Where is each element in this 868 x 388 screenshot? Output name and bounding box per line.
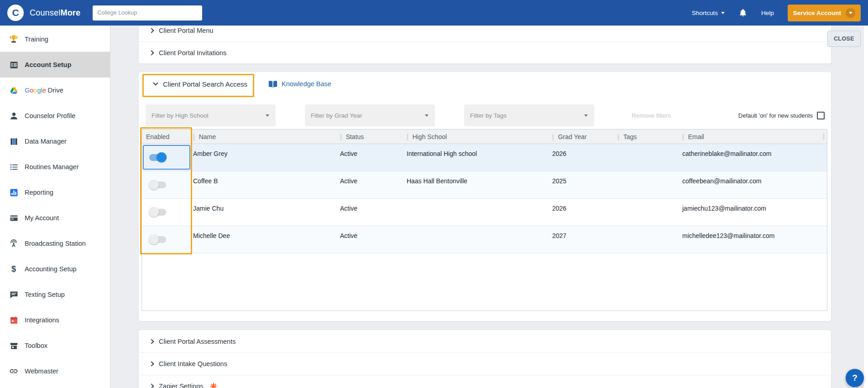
chevron-down-icon <box>266 114 269 117</box>
chat-icon <box>9 290 19 299</box>
sidebar-item[interactable]: Webmaster <box>0 358 110 384</box>
service-account-button[interactable]: Service Account <box>788 5 861 21</box>
accordion-label: Zapier Settings <box>159 383 204 388</box>
column-header[interactable]: Enabled <box>142 129 191 144</box>
high-school-cell <box>405 226 550 253</box>
filter-select[interactable]: Filter by Tags <box>464 104 594 126</box>
enabled-toggle[interactable] <box>149 181 166 188</box>
sidebar-item[interactable]: $ Accounting Setup <box>0 256 110 282</box>
sidebar-item[interactable]: Integrations <box>0 307 110 333</box>
chevron-down-icon <box>849 12 852 14</box>
enabled-cell <box>142 171 191 198</box>
default-on-checkbox[interactable] <box>817 112 825 119</box>
accordion-section[interactable]: Client Intake Questions <box>139 352 831 375</box>
tags-cell <box>616 144 680 171</box>
toggle-focus-ring <box>143 200 190 224</box>
enabled-cell <box>142 226 191 253</box>
grad-year-cell: 2027 <box>550 226 616 253</box>
column-header[interactable]: Status <box>338 129 405 144</box>
topbar: C CounselMore Shortcuts Help Service Acc… <box>0 0 868 26</box>
name-cell: Coffee B <box>191 171 338 198</box>
column-header[interactable]: Tags <box>616 129 680 144</box>
help-fab-button[interactable]: ? <box>846 369 864 387</box>
dollar-icon: $ <box>9 265 19 273</box>
college-lookup-input[interactable] <box>93 5 202 21</box>
card-icon <box>9 214 19 222</box>
chevron-down-icon <box>584 114 588 117</box>
knowledge-base-link[interactable]: Knowledge Base <box>268 80 331 88</box>
shortcuts-menu[interactable]: Shortcuts <box>692 10 725 16</box>
column-header[interactable]: Grad Year <box>550 129 616 144</box>
sidebar-item-label: Routines Manager <box>25 163 79 171</box>
sidebar-item[interactable]: Toolbox <box>0 333 110 358</box>
logo-letter: C <box>12 7 19 18</box>
chevron-right-icon <box>149 28 154 33</box>
status-cell: Active <box>338 144 405 171</box>
table-body: Amber Grey Active International High sch… <box>142 144 827 310</box>
email-cell: catherineblake@mailinator.com <box>680 144 827 171</box>
close-button[interactable]: CLOSE <box>827 31 861 47</box>
filter-select[interactable]: Filter by Grad Year <box>305 104 435 126</box>
sidebar-item-label: Toolbox <box>25 342 47 349</box>
remove-filters-button[interactable]: Remove filters <box>632 112 671 119</box>
top-accordion-panel: Client Portal Menu Client Portal Invitat… <box>138 26 831 64</box>
accordion-label: Client Intake Questions <box>159 360 227 367</box>
status-cell: Active <box>338 226 405 253</box>
sidebar-item[interactable]: Training <box>0 26 110 52</box>
accordion-section[interactable]: Client Portal Assessments <box>139 330 831 352</box>
accordion-section[interactable]: Client Portal Invitations <box>139 41 831 63</box>
brand-more: More <box>60 8 80 17</box>
knowledge-base-label: Knowledge Base <box>282 80 331 88</box>
accordion-section[interactable]: Zapier Settings <box>139 375 831 388</box>
filter-placeholder: Filter by Grad Year <box>311 112 362 119</box>
zapier-icon <box>210 383 217 388</box>
sidebar-item[interactable]: Counselor Profile <box>0 103 110 129</box>
section-title: Client Portal Search Access <box>163 80 247 88</box>
sidebar-item-label: Training <box>25 36 48 43</box>
routines-icon <box>9 163 19 171</box>
bottom-accordion-panel: Client Portal Assessments Client Intake … <box>138 330 831 388</box>
help-link[interactable]: Help <box>761 10 774 16</box>
sidebar-item[interactable]: Google Drive <box>0 78 110 103</box>
toggle-focus-ring <box>143 227 190 252</box>
link-icon <box>9 367 19 376</box>
reporting-icon <box>9 188 19 197</box>
sidebar-item[interactable]: Data Manager <box>0 129 110 154</box>
sidebar-item[interactable]: Texting Setup <box>0 282 110 307</box>
filter-select[interactable]: Filter by High School <box>146 104 276 126</box>
sidebar-item-label: Account Setup <box>25 61 71 68</box>
sidebar: Training Account Setup Google Drive Coun… <box>0 26 110 388</box>
name-cell: Amber Grey <box>191 144 338 171</box>
sidebar-item[interactable]: Routines Manager <box>0 154 110 180</box>
students-table: Enabled Name Status High School Grad Yea… <box>141 129 827 311</box>
notifications-bell-icon[interactable] <box>738 8 748 17</box>
default-on-group: Default 'on' for new students <box>738 112 825 119</box>
grad-year-cell: 2026 <box>550 199 616 226</box>
topbar-right: Shortcuts Help Service Account <box>692 5 861 21</box>
counselmore-logo[interactable]: C <box>7 5 24 21</box>
sidebar-item-label: Broadcasting Station <box>25 240 86 247</box>
person-icon <box>9 112 19 120</box>
filters-row: Filter by High School Filter by Grad Yea… <box>146 104 825 126</box>
column-header[interactable]: High School <box>405 129 550 144</box>
sidebar-item[interactable]: Account Setup <box>0 52 110 78</box>
column-header[interactable]: Name <box>191 129 338 144</box>
client-portal-search-access-toggle[interactable]: Client Portal Search Access <box>154 80 247 88</box>
sidebar-item[interactable]: Reporting <box>0 180 110 205</box>
broadcast-icon <box>9 239 19 248</box>
accordion-section[interactable]: Client Portal Menu <box>139 26 831 41</box>
enabled-toggle[interactable] <box>149 209 166 216</box>
brand-name: CounselMore <box>30 8 80 18</box>
enabled-toggle[interactable] <box>149 154 166 161</box>
table-row: Jamie Chu Active 2026 jamiechu123@mailin… <box>142 199 827 226</box>
sidebar-item[interactable]: My Account <box>0 205 110 231</box>
chevron-down-icon <box>425 114 429 117</box>
sidebar-item[interactable]: Broadcasting Station <box>0 231 110 256</box>
table-row: Amber Grey Active International High sch… <box>142 144 827 171</box>
grad-year-cell: 2025 <box>550 171 616 198</box>
enabled-toggle[interactable] <box>149 236 166 243</box>
sidebar-item-label: Google Drive <box>25 87 63 94</box>
column-header[interactable]: Email <box>680 129 827 144</box>
grad-year-cell: 2026 <box>550 144 616 171</box>
scrollbar[interactable] <box>863 26 868 388</box>
